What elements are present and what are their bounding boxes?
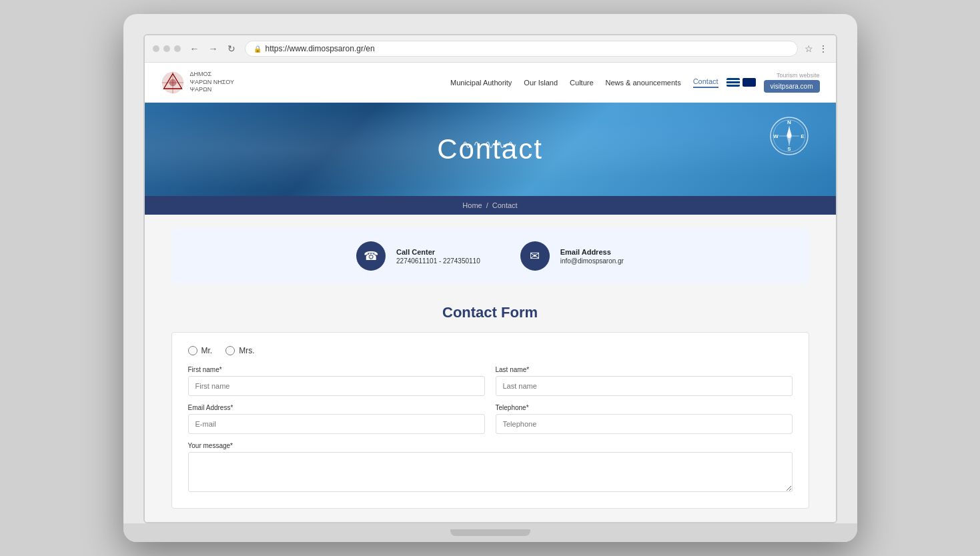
nav-contact[interactable]: Contact bbox=[693, 77, 718, 88]
telephone-input[interactable] bbox=[496, 414, 793, 434]
browser-back-button[interactable]: ← bbox=[187, 42, 202, 55]
email-input[interactable] bbox=[188, 414, 485, 434]
message-group: Your message* bbox=[188, 442, 793, 495]
lock-icon: 🔒 bbox=[254, 45, 262, 53]
laptop-frame: ← → ↻ 🔒 https://www.dimospsaron.gr/en ☆ … bbox=[123, 14, 857, 542]
breadcrumb-separator: / bbox=[486, 201, 488, 209]
hero-title: Contact bbox=[437, 133, 543, 165]
uk-flag[interactable] bbox=[743, 78, 756, 87]
visit-psara-button[interactable]: visitpsara.com bbox=[764, 80, 820, 93]
mr-radio[interactable] bbox=[188, 346, 197, 355]
browser-close-btn[interactable] bbox=[153, 45, 159, 52]
last-name-group: Last name* bbox=[496, 366, 793, 396]
browser-menu-button[interactable]: ⋮ bbox=[819, 43, 828, 54]
language-flags bbox=[726, 78, 756, 87]
email-icon: ✉ bbox=[530, 249, 540, 263]
email-card: ✉ Email Address info@dimospsaron.gr bbox=[520, 241, 624, 271]
phone-icon-circle: ☎ bbox=[356, 241, 386, 271]
logo-text: ΔΗΜΟΣ ΨΑΡΩΝ ΝΗΣΟΥ ΨΑΡΩΝ bbox=[190, 71, 235, 94]
call-center-label: Call Center bbox=[396, 248, 480, 256]
telephone-label: Telephone* bbox=[496, 404, 793, 411]
first-name-input[interactable] bbox=[188, 376, 485, 396]
browser-actions: ☆ ⋮ bbox=[805, 43, 828, 54]
mr-label: Mr. bbox=[201, 346, 213, 355]
email-icon-circle: ✉ bbox=[520, 241, 550, 271]
browser-chrome: ← → ↻ 🔒 https://www.dimospsaron.gr/en ☆ … bbox=[145, 35, 836, 63]
call-center-value: 22740611101 - 2274350110 bbox=[396, 257, 480, 265]
message-textarea[interactable] bbox=[188, 452, 793, 492]
svg-text:E: E bbox=[801, 133, 805, 139]
site-logo[interactable]: ΔΗΜΟΣ ΨΑΡΩΝ ΝΗΣΟΥ ΨΑΡΩΝ bbox=[161, 71, 235, 95]
tourism-label: Tourism website bbox=[777, 72, 820, 79]
message-label: Your message* bbox=[188, 442, 793, 449]
url-text: https://www.dimospsaron.gr/en bbox=[266, 44, 375, 53]
mr-radio-label[interactable]: Mr. bbox=[188, 346, 213, 355]
browser-url-bar[interactable]: 🔒 https://www.dimospsaron.gr/en bbox=[245, 41, 798, 57]
laptop-notch bbox=[450, 529, 530, 536]
breadcrumb-current: Contact bbox=[492, 201, 518, 209]
logo-icon bbox=[161, 71, 185, 95]
nav-municipal[interactable]: Municipal Authority bbox=[450, 79, 512, 87]
browser-minimize-btn[interactable] bbox=[163, 45, 170, 52]
browser-window-buttons bbox=[153, 45, 181, 52]
mrs-radio[interactable] bbox=[225, 346, 235, 355]
browser-navigation: ← → ↻ bbox=[187, 42, 238, 55]
mrs-radio-label[interactable]: Mrs. bbox=[225, 346, 254, 355]
last-name-input[interactable] bbox=[496, 376, 793, 396]
browser-refresh-button[interactable]: ↻ bbox=[225, 42, 238, 55]
tourism-section: Tourism website visitpsara.com bbox=[764, 72, 820, 93]
mrs-label: Mrs. bbox=[239, 346, 254, 355]
info-cards-section: ☎ Call Center 22740611101 - 2274350110 ✉… bbox=[171, 228, 809, 284]
svg-text:W: W bbox=[773, 133, 779, 139]
contact-form-section: Contact Form Mr. Mrs. bbox=[145, 297, 836, 522]
email-field-label: Email Address* bbox=[188, 404, 485, 411]
call-center-text: Call Center 22740611101 - 2274350110 bbox=[396, 248, 480, 265]
nav-island[interactable]: Our Island bbox=[524, 79, 558, 87]
contact-form-wrapper: Mr. Mrs. First name* bbox=[171, 332, 809, 509]
email-phone-row: Email Address* Telephone* bbox=[188, 404, 793, 434]
name-row: First name* Last name* bbox=[188, 366, 793, 396]
breadcrumb-home[interactable]: Home bbox=[462, 201, 482, 209]
svg-text:S: S bbox=[787, 146, 791, 152]
compass-icon: N E S W bbox=[769, 116, 809, 156]
nav-links: Municipal Authority Our Island Culture N… bbox=[450, 77, 718, 88]
first-name-label: First name* bbox=[188, 366, 485, 373]
browser-forward-button[interactable]: → bbox=[206, 42, 221, 55]
svg-text:N: N bbox=[787, 119, 791, 125]
browser-maximize-btn[interactable] bbox=[174, 45, 181, 52]
email-value: info@dimospsaron.gr bbox=[560, 257, 624, 265]
bookmark-button[interactable]: ☆ bbox=[805, 43, 813, 54]
email-label: Email Address bbox=[560, 248, 624, 256]
website-content: ΔΗΜΟΣ ΨΑΡΩΝ ΝΗΣΟΥ ΨΑΡΩΝ Municipal Author… bbox=[145, 63, 836, 522]
laptop-screen: ← → ↻ 🔒 https://www.dimospsaron.gr/en ☆ … bbox=[143, 34, 837, 523]
site-navigation: ΔΗΜΟΣ ΨΑΡΩΝ ΝΗΣΟΥ ΨΑΡΩΝ Municipal Author… bbox=[145, 63, 836, 103]
contact-form-title: Contact Form bbox=[171, 304, 809, 321]
laptop-base bbox=[123, 523, 857, 542]
email-text: Email Address info@dimospsaron.gr bbox=[560, 248, 624, 265]
telephone-group: Telephone* bbox=[496, 404, 793, 434]
email-group: Email Address* bbox=[188, 404, 485, 434]
last-name-label: Last name* bbox=[496, 366, 793, 373]
salutation-group: Mr. Mrs. bbox=[188, 346, 793, 355]
svg-point-14 bbox=[787, 134, 791, 138]
first-name-group: First name* bbox=[188, 366, 485, 396]
breadcrumb-bar: Home / Contact bbox=[145, 196, 836, 215]
nav-news[interactable]: News & anouncements bbox=[606, 79, 681, 87]
phone-icon: ☎ bbox=[364, 249, 378, 263]
nav-culture[interactable]: Culture bbox=[570, 79, 593, 87]
hero-section: Contact ∿∿∿∿∿ N E S W bbox=[145, 103, 836, 196]
call-center-card: ☎ Call Center 22740611101 - 2274350110 bbox=[356, 241, 480, 271]
greek-flag[interactable] bbox=[726, 78, 740, 87]
